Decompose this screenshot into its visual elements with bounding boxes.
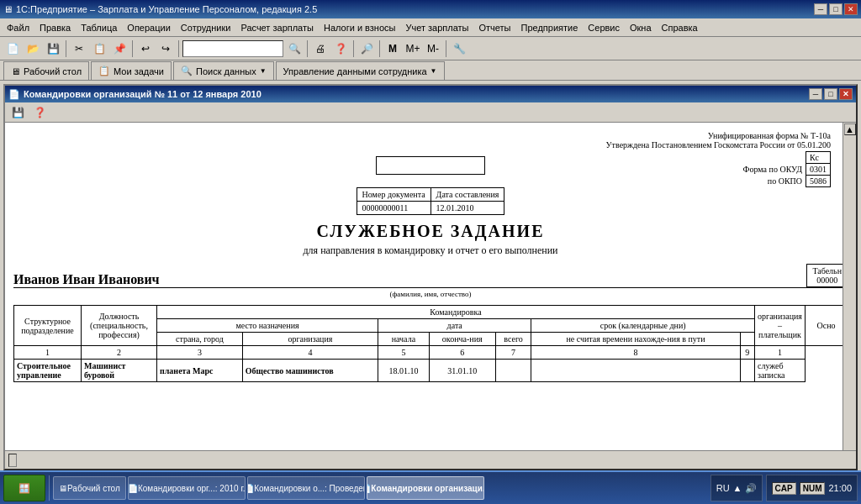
minimize-button[interactable]: ─ (814, 3, 827, 15)
form-okud-value: 0301 (806, 164, 831, 176)
lang-label: RU (716, 483, 730, 493)
taskbar: 🪟 🖥 Рабочий стол 📄 Командировки орг...: … (0, 470, 861, 504)
taskbar-cmd-org-1[interactable]: 📄 Командировки орг...: 2010 г. (128, 476, 246, 500)
doc-save-icon[interactable]: 💾 (8, 103, 27, 122)
taskbar-right: RU ▲ 🔊 CAP NUM 21:00 (710, 475, 858, 501)
open-icon[interactable]: 📂 (24, 39, 42, 58)
help-icon[interactable]: ❓ (331, 39, 350, 58)
menu-salary[interactable]: Расчет зарплаты (235, 21, 319, 34)
zoom-icon[interactable]: 🔎 (357, 39, 376, 58)
doc-maximize[interactable]: □ (824, 88, 837, 100)
search-tab-icon: 🔍 (181, 66, 193, 76)
num-10: 1 (755, 346, 806, 360)
doc-question-icon[interactable]: ❓ (30, 103, 49, 122)
num-9: 9 (740, 346, 754, 360)
tab-desktop[interactable]: 🖥 Рабочий стол (3, 61, 89, 80)
m-minus-icon[interactable]: M- (424, 39, 442, 58)
taskbar-desktop[interactable]: 🖥 Рабочий стол (53, 476, 126, 500)
taskbar-cmd-org-2[interactable]: 📄 Командировки о...: Проведен (247, 476, 365, 500)
search-input[interactable] (182, 40, 283, 57)
toolbar-sep5 (353, 40, 354, 57)
m-plus-icon[interactable]: M+ (404, 39, 422, 58)
header-organizatsiya: организация (242, 333, 378, 346)
org-input-box (376, 156, 485, 175)
tabel-box: Табельн 00000 (806, 264, 848, 287)
menu-help[interactable]: Справка (657, 21, 703, 34)
header-nachala: начала (378, 333, 430, 346)
cell-vsego (495, 360, 531, 382)
scroll-right[interactable]: ▲ (843, 123, 856, 450)
num-1: 1 (14, 346, 82, 360)
header-srok: срок (календарные дни) (531, 319, 755, 333)
tab-tasks[interactable]: 📋 Мои задачи (91, 61, 172, 80)
header-ne-schitaya: не считая времени нахожде-ния в пути (531, 333, 740, 346)
cmd-tb-icon1: 📄 (128, 484, 138, 493)
doc-title: Командировки организаций № 11 от 12 янва… (24, 89, 261, 99)
title-bar: 🖥 1С:Предприятие – Зарплата и Управление… (0, 0, 861, 18)
taskbar-cmd-org-3[interactable]: 📄 Командировки организаци... (367, 476, 484, 500)
employee-name: Иванов Иван Иванович (13, 272, 160, 287)
redo-icon[interactable]: ↪ (156, 39, 175, 58)
toolbar-sep6 (379, 40, 380, 57)
tab-employee-mgmt[interactable]: Управление данными сотрудника ▼ (276, 61, 445, 80)
menu-reports[interactable]: Отчеты (474, 21, 516, 34)
menu-enterprise[interactable]: Предприятие (516, 21, 584, 34)
maximize-button[interactable]: □ (829, 3, 843, 15)
doc-content: Унифицированная форма № Т-10а Утверждена… (5, 123, 856, 450)
tabs-bar: 🖥 Рабочий стол 📋 Мои задачи 🔍 Поиск данн… (0, 60, 861, 81)
start-button[interactable]: 🪟 (3, 475, 45, 501)
header-empty (740, 333, 754, 346)
cut-icon[interactable]: ✂ (70, 39, 88, 58)
doc-date-label: Дата составления (430, 188, 504, 202)
status-panel (8, 454, 17, 467)
menu-operations[interactable]: Операции (122, 21, 175, 34)
menu-employees[interactable]: Сотрудники (176, 21, 236, 34)
doc-minimize[interactable]: ─ (809, 88, 822, 100)
menu-edit[interactable]: Правка (34, 21, 76, 34)
menu-file[interactable]: Файл (2, 21, 34, 34)
doc-main-title: СЛУЖЕБНОЕ ЗАДАНИЕ (13, 222, 848, 241)
doc-subtitle: для направления в командировку и отчет о… (13, 244, 848, 257)
num-badge: NUM (800, 482, 826, 495)
doc-date-value: 12.01.2010 (430, 202, 504, 215)
header-okonchaniya: оконча-ния (429, 333, 495, 346)
num-2: 2 (82, 346, 157, 360)
okpo-label: по ОКПО (740, 176, 806, 187)
toolbar-sep4 (307, 40, 308, 57)
cell-org-payer (740, 360, 754, 382)
undo-icon[interactable]: ↩ (136, 39, 155, 58)
num-7: 7 (495, 346, 531, 360)
cell-podrazdelenie: Строительное управление (14, 360, 82, 382)
taskbar-sep (49, 475, 50, 501)
menu-table[interactable]: Таблица (76, 21, 122, 34)
cell-strana-gorod: планета Марс (157, 360, 243, 382)
mgmt-dropdown-icon[interactable]: ▼ (430, 67, 437, 75)
menu-service[interactable]: Сервис (583, 21, 625, 34)
menu-taxes[interactable]: Налоги и взносы (319, 21, 401, 34)
ks-label (740, 152, 806, 164)
search-icon[interactable]: 🔍 (285, 39, 304, 58)
header-col1: Структурное подразделение (14, 306, 82, 346)
settings-icon[interactable]: 🔧 (450, 39, 468, 58)
scroll-up-btn[interactable]: ▲ (844, 123, 856, 135)
start-icon: 🪟 (18, 483, 30, 494)
save-icon[interactable]: 💾 (44, 39, 62, 58)
doc-close[interactable]: ✕ (839, 88, 853, 100)
menu-accounting[interactable]: Учет зарплаты (400, 21, 473, 34)
new-icon[interactable]: 📄 (3, 39, 22, 58)
header-komandirovka: Командировка (157, 306, 755, 319)
header-strana: страна, город (157, 333, 243, 346)
bold-m-icon[interactable]: M (383, 39, 402, 58)
paste-icon[interactable]: 📌 (110, 39, 129, 58)
print-icon[interactable]: 🖨 (311, 39, 330, 58)
doc-number-value: 00000000011 (357, 202, 430, 215)
close-button[interactable]: ✕ (844, 3, 858, 15)
search-dropdown-icon[interactable]: ▼ (260, 67, 267, 75)
copy-icon[interactable]: 📋 (90, 39, 108, 58)
cmd-tb-icon2: 📄 (247, 484, 254, 493)
doc-icon: 📄 (8, 89, 20, 100)
menu-windows[interactable]: Окна (625, 21, 657, 34)
doc-toolbar: 💾 ❓ (5, 102, 856, 123)
cell-dolzhnost: Машинист буровой (82, 360, 157, 382)
tab-search[interactable]: 🔍 Поиск данных ▼ (173, 61, 274, 80)
